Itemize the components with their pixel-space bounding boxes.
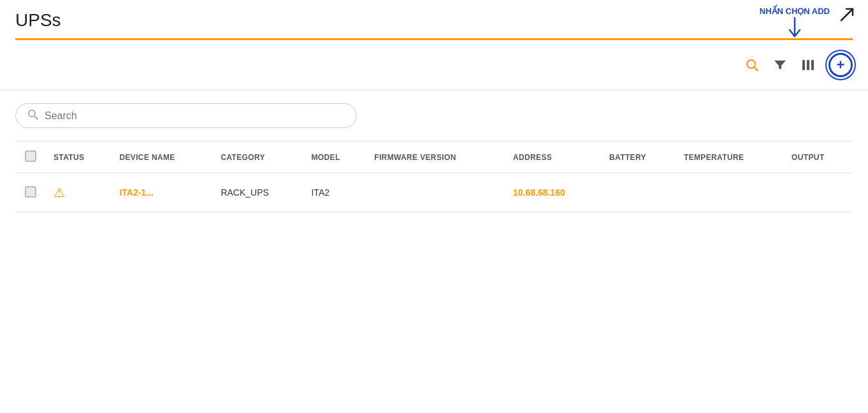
header-battery: BATTERY xyxy=(602,141,676,173)
header-status: STATUS xyxy=(46,141,112,173)
header-checkbox[interactable] xyxy=(25,150,36,162)
orange-bar xyxy=(15,38,853,40)
search-input-wrapper xyxy=(15,103,357,128)
row-status-cell: ⚠ xyxy=(46,173,112,212)
svg-line-3 xyxy=(755,68,758,71)
row-battery-cell xyxy=(602,173,676,212)
table-row: ⚠ ITA2-1... RACK_UPS ITA2 10.68.68.160 xyxy=(15,173,853,212)
table-header: STATUS DEVICE NAME CATEGORY MODEL FIRMWA… xyxy=(15,141,853,173)
add-icon: + xyxy=(837,58,845,72)
ups-table: STATUS DEVICE NAME CATEGORY MODEL FIRMWA… xyxy=(15,141,853,212)
toolbar: + xyxy=(0,40,868,91)
row-output-cell xyxy=(784,173,853,212)
table-container: STATUS DEVICE NAME CATEGORY MODEL FIRMWA… xyxy=(0,141,868,212)
row-category-cell: RACK_UPS xyxy=(213,173,303,212)
header-firmware: FIRMWARE VERSION xyxy=(366,141,505,173)
add-button[interactable]: + xyxy=(828,53,853,77)
svg-line-8 xyxy=(34,116,38,119)
annotation-arrow-icon xyxy=(788,17,802,40)
search-toolbar-button[interactable] xyxy=(744,57,760,73)
svg-rect-6 xyxy=(811,60,814,70)
table-body: ⚠ ITA2-1... RACK_UPS ITA2 10.68.68.160 xyxy=(15,173,853,212)
svg-line-0 xyxy=(841,9,853,20)
page-title: UPSs xyxy=(15,10,853,31)
row-checkbox-cell xyxy=(15,173,46,212)
warning-icon: ⚠ xyxy=(54,185,65,199)
columns-button[interactable] xyxy=(800,57,816,73)
filter-button[interactable] xyxy=(772,57,788,73)
diagonal-arrow-icon xyxy=(840,8,854,25)
row-model-cell: ITA2 xyxy=(303,173,366,212)
table-header-row: STATUS DEVICE NAME CATEGORY MODEL FIRMWA… xyxy=(15,141,853,173)
header-temperature: TEMPERATURE xyxy=(676,141,784,173)
header-model: MODEL xyxy=(303,141,366,173)
svg-rect-5 xyxy=(807,60,809,70)
header-address: ADDRESS xyxy=(505,141,602,173)
top-header: UPSs NHẤN CHỌN ADD xyxy=(0,0,868,40)
header-category: CATEGORY xyxy=(213,141,303,173)
header-output: OUTPUT xyxy=(784,141,853,173)
row-temperature-cell xyxy=(676,173,784,212)
header-checkbox-col xyxy=(15,141,46,173)
row-checkbox[interactable] xyxy=(25,186,36,198)
annotation-text: NHẤN CHỌN ADD xyxy=(760,6,830,16)
svg-rect-4 xyxy=(802,60,805,70)
search-input[interactable] xyxy=(45,110,345,122)
search-area xyxy=(0,91,868,141)
row-device-name-cell[interactable]: ITA2-1... xyxy=(112,173,213,212)
add-annotation: NHẤN CHỌN ADD xyxy=(760,6,830,40)
row-firmware-cell xyxy=(366,173,505,212)
search-icon xyxy=(27,109,38,122)
header-device-name: DEVICE NAME xyxy=(112,141,213,173)
row-address-cell: 10.68.68.160 xyxy=(505,173,602,212)
